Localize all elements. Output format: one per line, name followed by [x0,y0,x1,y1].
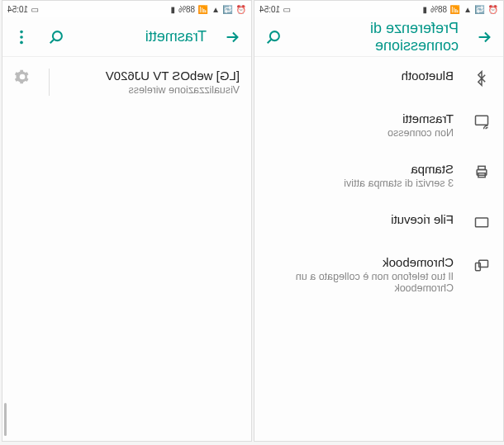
devices-icon [472,257,490,275]
svg-point-10 [20,36,23,39]
row-title: File ricevuti [268,212,454,226]
sync-icon: 🔄 [475,5,485,14]
svg-point-11 [20,40,23,44]
page-title: Trasmetti [82,28,207,45]
signal-icon: 📶 [198,5,208,14]
phone-screen-cast: ⏰ 🔄 ▲ 📶 88% ▮ ▭ 10:54 Trasmetti [LG] web… [2,0,252,442]
wifi-icon: ▲ [464,5,472,14]
alarm-icon: ⏰ [488,5,498,14]
row-chromebook[interactable]: Chromebook Il tuo telefono non è collega… [254,244,503,305]
settings-list: Bluetooth Trasmetti Non connesso Stampa … [254,57,503,441]
svg-rect-5 [476,218,488,227]
row-files[interactable]: File ricevuti [254,201,503,244]
row-title: Bluetooth [268,69,454,83]
row-subtitle: 3 servizi di stampa attivi [268,178,454,189]
cast-icon [472,113,490,131]
screenshot-icon: ▭ [283,5,291,14]
status-bar: ⏰ 🔄 ▲ 📶 88% ▮ ▭ 10:54 [2,1,251,17]
svg-rect-1 [476,116,488,125]
divider [49,69,50,96]
device-list: [LG] webOS TV UJ620V Visualizzazione wir… [2,57,251,441]
scrollbar[interactable] [4,403,7,436]
row-print[interactable]: Stampa 3 servizi di stampa attivi [254,150,503,201]
wifi-icon: ▲ [212,5,220,14]
device-row[interactable]: [LG] webOS TV UJ620V Visualizzazione wir… [2,57,251,107]
svg-point-9 [20,30,23,33]
row-subtitle: Non connesso [268,127,454,139]
alarm-icon: ⏰ [236,5,246,14]
row-title: Chromebook [268,255,454,269]
sync-icon: 🔄 [223,5,233,14]
svg-rect-3 [478,166,485,169]
row-cast[interactable]: Trasmetti Non connesso [254,100,503,150]
search-icon[interactable] [47,28,65,46]
page-title: Preferenze di connessione [299,20,459,54]
bluetooth-icon [472,70,490,88]
overflow-menu-icon[interactable] [12,28,31,46]
screenshot-icon: ▭ [31,5,39,14]
svg-point-0 [270,31,279,40]
app-bar: Trasmetti [2,17,251,57]
row-subtitle: Il tuo telefono non è collegato a un Chr… [268,271,454,294]
device-subtitle: Visualizzazione wireless [68,84,240,96]
svg-point-8 [53,31,62,40]
folder-icon [472,214,490,232]
row-title: Stampa [268,162,454,176]
back-arrow-icon[interactable] [223,28,241,46]
device-title: [LG] webOS TV UJ620V [68,69,240,83]
status-bar: ⏰ 🔄 ▲ 📶 88% ▮ ▭ 10:54 [254,1,503,17]
back-arrow-icon[interactable] [475,28,493,46]
app-bar: Preferenze di connessione [254,17,503,57]
battery-label: 88% [430,5,447,14]
row-title: Trasmetti [268,111,454,125]
phone-screen-preferences: ⏰ 🔄 ▲ 📶 88% ▮ ▭ 10:54 Preferenze di conn… [254,0,504,442]
battery-icon: ▮ [170,5,175,14]
battery-icon: ▮ [422,5,427,14]
search-icon[interactable] [264,28,283,46]
printer-icon [472,163,490,182]
clock-label: 10:54 [259,5,280,14]
gear-icon[interactable] [14,69,31,85]
row-bluetooth[interactable]: Bluetooth [254,57,503,100]
signal-icon: 📶 [450,5,460,14]
clock-label: 10:54 [7,5,28,14]
battery-label: 88% [178,5,195,14]
